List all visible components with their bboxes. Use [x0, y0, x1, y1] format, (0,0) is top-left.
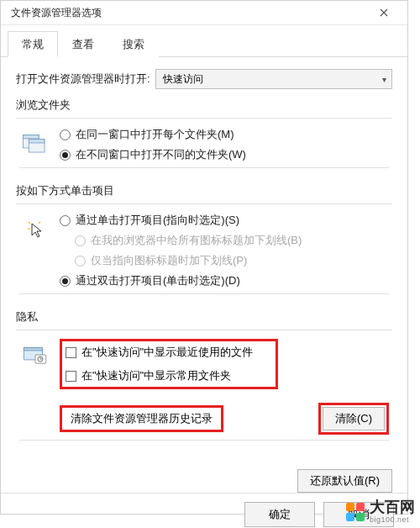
clear-history-row: 清除文件资源管理器历史记录 清除(C)	[60, 403, 389, 435]
close-button[interactable]	[367, 1, 401, 24]
titlebar: 文件资源管理器选项	[1, 1, 407, 25]
content-area: 打开文件资源管理器时打开: 快速访问 ▾ 浏览文件夹	[1, 57, 407, 464]
open-in-label: 打开文件资源管理器时打开:	[16, 71, 150, 87]
check-recent-label: 在"快速访问"中显示最近使用的文件	[81, 345, 253, 360]
radio-icon	[75, 256, 86, 267]
radio-double-label: 通过双击打开项目(单击时选定)(D)	[76, 273, 240, 288]
browse-group: 浏览文件夹 在同一窗口中打开每个文件夹(M)	[16, 98, 392, 175]
radio-icon	[60, 215, 71, 226]
restore-defaults-button[interactable]: 还原默认值(R)	[297, 469, 392, 493]
chevron-down-icon: ▾	[382, 75, 386, 84]
privacy-monitor-icon	[19, 339, 51, 371]
radio-new-label: 在不同窗口中打开不同的文件夹(W)	[76, 147, 246, 162]
check-freq-label: 在"快速访问"中显示常用文件夹	[81, 368, 231, 383]
watermark-url: big100.net	[370, 516, 415, 525]
svg-rect-5	[24, 348, 42, 351]
radio-icon	[60, 150, 71, 161]
radio-icon	[75, 235, 86, 246]
click-group: 按如下方式单击项目 通过单击打开项目(指向时选定)(S)	[16, 183, 392, 301]
click-title: 按如下方式单击项目	[16, 183, 392, 198]
clear-button[interactable]: 清除(C)	[323, 407, 385, 430]
open-in-row: 打开文件资源管理器时打开: 快速访问 ▾	[16, 69, 392, 89]
svg-rect-1	[24, 135, 39, 139]
checkbox-icon	[66, 371, 76, 382]
watermark-logo-icon	[346, 503, 365, 521]
folder-options-dialog: 文件资源管理器选项 常规 查看 搜索 打开文件资源管理器时打开: 快速访问 ▾ …	[0, 0, 408, 515]
close-icon	[380, 8, 388, 17]
radio-underline-point: 仅当指向图标标题时加下划线(P)	[60, 253, 389, 268]
tab-bar: 常规 查看 搜索	[1, 25, 407, 57]
radio-single-label: 通过单击打开项目(指向时选定)(S)	[76, 213, 239, 228]
check-frequent-folders[interactable]: 在"快速访问"中显示常用文件夹	[66, 368, 270, 383]
privacy-title: 隐私	[16, 309, 392, 325]
svg-rect-3	[29, 140, 45, 143]
radio-single-click[interactable]: 通过单击打开项目(指向时选定)(S)	[60, 213, 389, 228]
radio-icon	[60, 129, 71, 140]
radio-under-browser-label: 在我的浏览器中给所有图标标题加下划线(B)	[91, 233, 302, 248]
restore-row: 还原默认值(R)	[1, 464, 407, 493]
open-in-value: 快速访问	[163, 72, 203, 87]
ok-button[interactable]: 确定	[244, 502, 315, 527]
checkbox-icon	[66, 347, 76, 358]
radio-underline-browser: 在我的浏览器中给所有图标标题加下划线(B)	[60, 233, 389, 248]
radio-same-label: 在同一窗口中打开每个文件夹(M)	[76, 127, 234, 142]
clear-button-highlight: 清除(C)	[318, 403, 389, 435]
radio-same-window[interactable]: 在同一窗口中打开每个文件夹(M)	[60, 127, 389, 142]
tab-general[interactable]: 常规	[8, 31, 58, 57]
tab-search[interactable]: 搜索	[108, 31, 159, 57]
check-recent-files[interactable]: 在"快速访问"中显示最近使用的文件	[66, 345, 270, 360]
clear-history-label-highlight: 清除文件资源管理器历史记录	[60, 405, 223, 432]
cursor-click-icon	[19, 213, 51, 245]
radio-double-click[interactable]: 通过双击打开项目(单击时选定)(D)	[60, 273, 389, 288]
clear-history-label: 清除文件资源管理器历史记录	[71, 412, 213, 425]
browse-title: 浏览文件夹	[16, 98, 392, 113]
watermark: 大百网 big100.net	[346, 499, 415, 525]
radio-under-point-label: 仅当指向图标标题时加下划线(P)	[91, 253, 247, 268]
privacy-checkboxes-highlight: 在"快速访问"中显示最近使用的文件 在"快速访问"中显示常用文件夹	[60, 339, 278, 389]
radio-icon	[60, 276, 71, 287]
folder-windows-icon	[19, 127, 51, 159]
watermark-name: 大百网	[370, 499, 415, 516]
tab-view[interactable]: 查看	[58, 31, 108, 57]
open-in-select[interactable]: 快速访问 ▾	[155, 69, 392, 89]
privacy-group: 隐私	[16, 309, 392, 447]
window-title: 文件资源管理器选项	[11, 6, 102, 20]
radio-new-window[interactable]: 在不同窗口中打开不同的文件夹(W)	[60, 147, 389, 162]
